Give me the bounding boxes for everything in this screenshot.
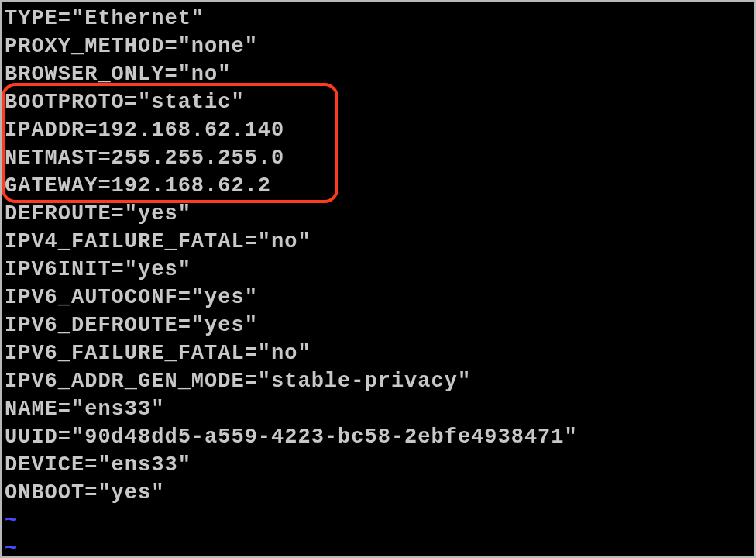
config-line: NAME="ens33" (5, 395, 751, 423)
config-line: UUID="90d48dd5-a559-4223-bc58-2ebfe49384… (5, 423, 751, 451)
terminal-window[interactable]: TYPE="Ethernet" PROXY_METHOD="none" BROW… (2, 2, 754, 556)
config-line: IPV6_FAILURE_FATAL="no" (5, 339, 751, 367)
config-line: BROWSER_ONLY="no" (5, 60, 751, 88)
config-line: IPV6INIT="yes" (5, 256, 751, 284)
config-line: NETMAST=255.255.255.0 (5, 144, 751, 172)
config-line: IPV4_FAILURE_FATAL="no" (5, 228, 751, 256)
config-line: DEFROUTE="yes" (5, 200, 751, 228)
config-line: TYPE="Ethernet" (5, 5, 751, 33)
vi-empty-line: ~ (5, 507, 751, 535)
config-line: PROXY_METHOD="none" (5, 33, 751, 60)
config-line: BOOTPROTO="static" (5, 88, 751, 116)
config-line: IPV6_DEFROUTE="yes" (5, 312, 751, 339)
config-line: GATEWAY=192.168.62.2 (5, 172, 751, 200)
config-line: IPV6_ADDR_GEN_MODE="stable-privacy" (5, 367, 751, 395)
config-line: IPADDR=192.168.62.140 (5, 116, 751, 144)
config-line: IPV6_AUTOCONF="yes" (5, 284, 751, 312)
vi-empty-line: ~ (5, 535, 751, 558)
config-line: ONBOOT="yes" (5, 479, 751, 507)
config-line: DEVICE="ens33" (5, 451, 751, 479)
